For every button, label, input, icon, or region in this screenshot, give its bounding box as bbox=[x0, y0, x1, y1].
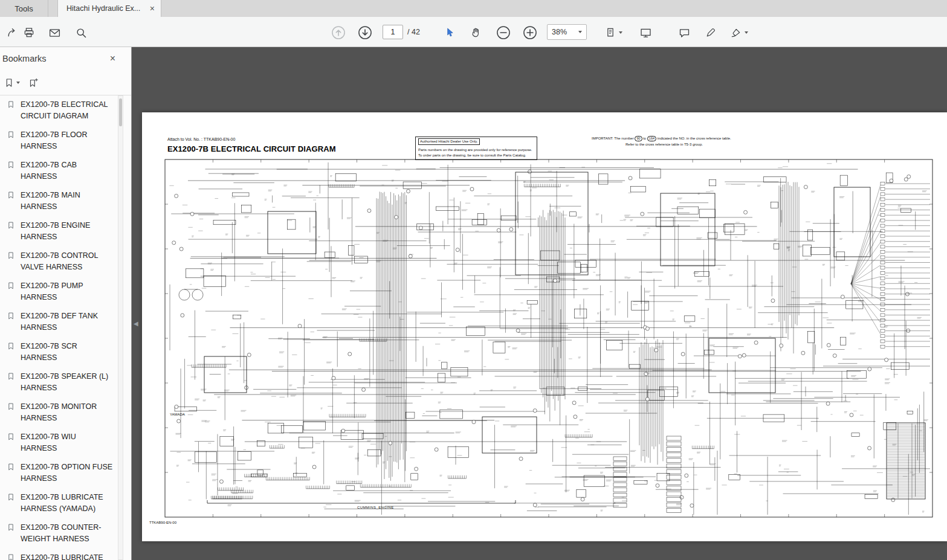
bookmarks-panel: Bookmarks × EX1200-7B ELECTRICAL CIRCUIT… bbox=[0, 47, 132, 560]
bookmark-icon bbox=[7, 342, 15, 354]
tab-tools-label: Tools bbox=[15, 4, 33, 13]
document-area: ◀ Attach to Vol. No. : TTKAB90-EN-00 EX1… bbox=[132, 47, 947, 560]
bookmark-label: EX1200-7B COUNTER-WEIGHT HARNESS bbox=[21, 523, 101, 543]
zoom-level-value: 38% bbox=[552, 28, 567, 36]
bookmark-icon bbox=[7, 130, 15, 143]
pdf-page: Attach to Vol. No. : TTKAB90-EN-00 EX120… bbox=[142, 112, 947, 541]
important-note: IMPORTANT: The number 90 to 164 indicate… bbox=[592, 135, 731, 147]
bookmark-item[interactable]: EX1200-7B SPEAKER (L) HARNESS bbox=[0, 367, 117, 397]
bookmark-item[interactable]: EX1200-7B CAB HARNESS bbox=[0, 156, 117, 186]
bookmark-label: EX1200-7B SCR HARNESS bbox=[21, 342, 77, 362]
bookmark-icon bbox=[7, 251, 15, 263]
bookmark-icon bbox=[7, 312, 15, 324]
new-bookmark-icon[interactable] bbox=[28, 75, 39, 91]
yamada-label: YAMADA bbox=[170, 413, 185, 416]
page-count-label: / 42 bbox=[407, 17, 420, 47]
bookmark-item[interactable]: EX1200-7B COUNTER-WEIGHT HARNESS bbox=[0, 518, 117, 549]
bookmark-options-icon[interactable] bbox=[4, 75, 20, 91]
chevron-down-icon bbox=[619, 31, 622, 34]
bookmark-label: EX1200-7B OPTION FUSE HARNESS bbox=[21, 463, 112, 483]
bookmark-icon bbox=[7, 463, 15, 475]
bookmark-label: EX1200-7B FLOOR HARNESS bbox=[21, 130, 87, 150]
tab-document-label: Hitachi Hydraulic Ex... bbox=[66, 4, 146, 13]
bookmarks-panel-title: Bookmarks bbox=[0, 54, 47, 63]
chevron-down-icon bbox=[578, 31, 582, 33]
bookmark-icon bbox=[7, 100, 15, 112]
bookmark-icon bbox=[7, 372, 15, 384]
bookmark-icon bbox=[7, 191, 15, 203]
bookmark-item[interactable]: EX1200-7B SCR HARNESS bbox=[0, 337, 117, 367]
zoom-in-icon[interactable] bbox=[522, 24, 538, 41]
important-line1: IMPORTANT: The number 90 to 164 indicate… bbox=[592, 135, 731, 141]
bookmark-icon bbox=[7, 282, 15, 294]
select-tool-icon[interactable] bbox=[441, 24, 458, 41]
bookmark-label: EX1200-7B PUMP HARNESS bbox=[21, 282, 83, 301]
bookmark-label: EX1200-7B LUBRICATE HARNESS (LINCOLN) bbox=[21, 553, 103, 560]
bookmark-label: EX1200-7B MONITOR HARNESS bbox=[21, 402, 97, 422]
bookmark-label: EX1200-7B ENGINE HARNESS bbox=[21, 221, 90, 241]
zoom-out-icon[interactable] bbox=[495, 24, 512, 41]
main-toolbar: / 42 38% bbox=[0, 17, 947, 47]
bookmark-label: EX1200-7B SPEAKER (L) HARNESS bbox=[21, 372, 108, 392]
bookmark-item[interactable]: EX1200-7B LUBRICATE HARNESS (LINCOLN) bbox=[0, 549, 117, 560]
fullscreen-icon[interactable] bbox=[637, 24, 654, 41]
bookmark-label: EX1200-7B WIU HARNESS bbox=[21, 433, 76, 452]
search-zoom-icon[interactable] bbox=[73, 24, 89, 41]
bookmarks-toolbar bbox=[0, 70, 131, 95]
tab-bar: Tools Hitachi Hydraulic Ex... × bbox=[0, 0, 947, 17]
engine-label: CUMMINS_ENGINE bbox=[357, 506, 394, 509]
bookmark-item[interactable]: EX1200-7B ENGINE HARNESS bbox=[0, 216, 117, 246]
bookmark-item[interactable]: EX1200-7B OPTION FUSE HARNESS bbox=[0, 458, 117, 488]
important-line2: Refer to the cross reference table in T5… bbox=[592, 141, 731, 147]
collapse-panel-icon[interactable]: ◀ bbox=[134, 320, 138, 327]
important-suffix: indicated the NO. in the cross reference… bbox=[658, 137, 731, 140]
fill-sign-icon[interactable] bbox=[728, 24, 751, 41]
tab-document[interactable]: Hitachi Hydraulic Ex... × bbox=[57, 0, 161, 17]
ref-number-to: 164 bbox=[647, 136, 656, 141]
bookmark-item[interactable]: EX1200-7B PUMP HARNESS bbox=[0, 277, 117, 307]
bookmarks-scrollbar[interactable] bbox=[118, 95, 123, 560]
dealer-note-line1: Authorised Hitachi Dealer Use Only. bbox=[418, 138, 480, 145]
email-icon[interactable] bbox=[46, 24, 63, 41]
bookmark-icon bbox=[7, 433, 15, 445]
bookmark-item[interactable]: EX1200-7B CONTROL VALVE HARNESS bbox=[0, 246, 117, 277]
chevron-down-icon bbox=[16, 82, 20, 84]
print-icon[interactable] bbox=[21, 24, 37, 41]
comment-icon[interactable] bbox=[676, 24, 693, 41]
bookmarks-list: EX1200-7B ELECTRICAL CIRCUIT DIAGRAMEX12… bbox=[0, 95, 117, 560]
hand-tool-icon[interactable] bbox=[468, 24, 485, 41]
page-up-icon[interactable] bbox=[330, 24, 347, 41]
page-display-icon[interactable] bbox=[602, 24, 625, 41]
bookmark-label: EX1200-7B MAIN HARNESS bbox=[21, 191, 80, 211]
dealer-note-line2: Parts numbers on the drawing are provide… bbox=[418, 147, 534, 153]
bookmark-item[interactable]: EX1200-7B MONITOR HARNESS bbox=[0, 397, 117, 428]
scrollbar-thumb[interactable] bbox=[119, 98, 122, 126]
circuit-diagram-graphic bbox=[147, 157, 942, 520]
bookmark-item[interactable]: EX1200-7B MAIN HARNESS bbox=[0, 186, 117, 216]
bookmark-item[interactable]: EX1200-7B LUBRICATE HARNESS (YAMADA) bbox=[0, 488, 117, 518]
share-icon[interactable] bbox=[4, 24, 21, 41]
bookmark-icon bbox=[7, 402, 15, 414]
tab-close-icon[interactable]: × bbox=[150, 4, 155, 13]
bookmark-label: EX1200-7B CAB HARNESS bbox=[21, 161, 77, 181]
attach-line: Attach to Vol. No. : TTKAB90-EN-00 bbox=[167, 137, 235, 141]
chevron-down-icon bbox=[745, 31, 748, 34]
bookmark-icon bbox=[7, 493, 15, 505]
bookmark-item[interactable]: EX1200-7B ELECTRICAL CIRCUIT DIAGRAM bbox=[0, 95, 117, 126]
footer-code: TTKAB90-EN-00 bbox=[149, 521, 176, 524]
zoom-level-dropdown[interactable]: 38% bbox=[547, 24, 587, 40]
bookmark-icon bbox=[7, 523, 15, 535]
bookmark-item[interactable]: EX1200-7B DEF TANK HARNESS bbox=[0, 307, 117, 337]
bookmark-label: EX1200-7B CONTROL VALVE HARNESS bbox=[21, 251, 98, 271]
bookmark-item[interactable]: EX1200-7B FLOOR HARNESS bbox=[0, 126, 117, 156]
page-number-input[interactable] bbox=[383, 25, 403, 39]
highlight-pencil-icon[interactable] bbox=[702, 24, 719, 41]
bookmark-icon bbox=[7, 553, 15, 560]
tab-tools[interactable]: Tools bbox=[0, 0, 48, 17]
close-panel-icon[interactable]: × bbox=[110, 47, 115, 70]
bookmark-label: EX1200-7B ELECTRICAL CIRCUIT DIAGRAM bbox=[21, 100, 108, 120]
ref-number-from: 90 bbox=[635, 136, 642, 141]
page-down-icon[interactable] bbox=[357, 24, 373, 41]
bookmark-item[interactable]: EX1200-7B WIU HARNESS bbox=[0, 428, 117, 458]
bookmark-label: EX1200-7B DEF TANK HARNESS bbox=[21, 312, 98, 332]
